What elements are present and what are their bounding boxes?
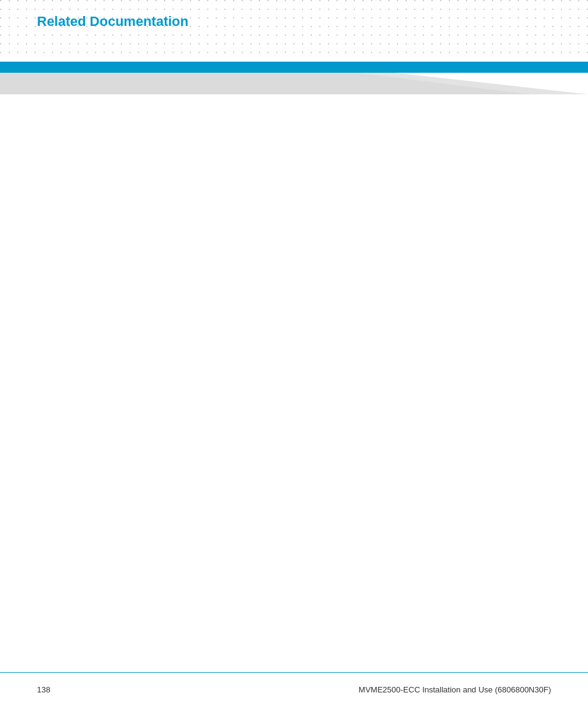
blue-bar [0, 62, 588, 73]
page-title: Related Documentation [37, 7, 189, 36]
page-title-area: Related Documentation [37, 7, 189, 36]
footer-page-number: 138 [37, 685, 51, 694]
footer: 138 MVME2500-ECC Installation and Use (6… [0, 672, 588, 706]
footer-doc-title: MVME2500-ECC Installation and Use (68068… [359, 685, 551, 694]
gray-wave-area [0, 73, 588, 94]
main-content [0, 94, 588, 669]
gray-wave-svg [0, 73, 588, 94]
